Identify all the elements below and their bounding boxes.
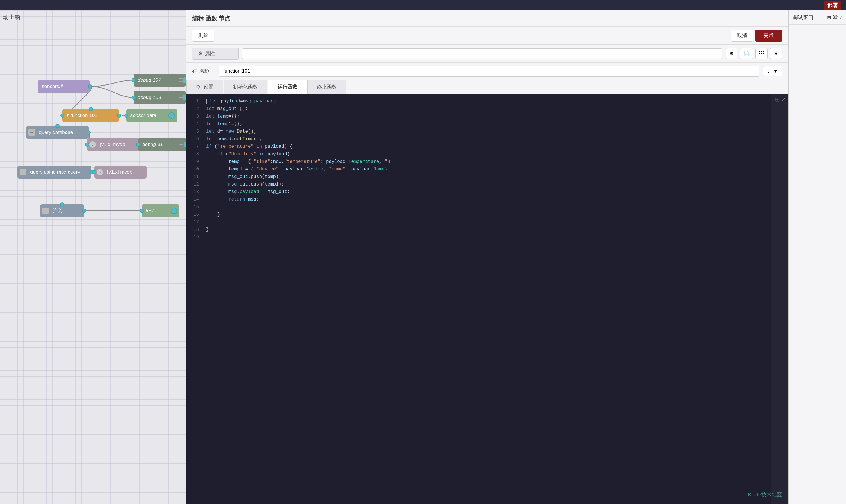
node-queryusingmsgquery[interactable]: → query using msg.query xyxy=(17,166,91,179)
properties-section: ⚙ 属性 ⚙ 📄 🖼 ▼ xyxy=(186,45,788,63)
node-sensors[interactable]: sensors/# xyxy=(38,80,90,93)
settings-tab-icon: ⚙ xyxy=(196,84,200,90)
function-icon: f xyxy=(67,113,68,119)
node-queryusingmsgquery-label: query using msg.query xyxy=(30,169,80,175)
tab-stop-label: 终止函数 xyxy=(317,84,337,90)
debug108-menu-icon[interactable]: ☰ xyxy=(179,94,183,101)
name-row: 🏷 名称 🖊 ▼ xyxy=(186,63,788,80)
node-sensordata[interactable]: sensor data xyxy=(126,109,177,122)
node-mydb2-port-left xyxy=(92,170,96,174)
debug31-output xyxy=(184,142,186,147)
test-output xyxy=(171,208,177,214)
node-sensors-label: sensors/# xyxy=(42,84,63,89)
debug108-output xyxy=(183,95,186,101)
node-mydb2-label: [v1.x] mydb xyxy=(107,169,132,175)
tab-run-label: 运行函数 xyxy=(277,84,297,90)
lock-label: 动上锁 xyxy=(3,13,20,21)
panel-title: 编辑 函数 节点 xyxy=(192,15,230,22)
node-mydb1[interactable]: ○ [v1.x] mydb xyxy=(87,138,139,151)
node-function101-port-left xyxy=(60,113,65,118)
node-function101-label: function 101 xyxy=(71,113,97,119)
node-debug108[interactable]: debug 108 ☰ xyxy=(133,91,186,104)
canvas-area: 动上锁 sensors/# f function 101 debug 107 ☰ xyxy=(0,11,186,504)
debug-window-title: 调试窗口 xyxy=(793,14,813,21)
debug107-menu-icon[interactable]: ☰ xyxy=(179,77,183,83)
cancel-button[interactable]: 取消 xyxy=(731,30,753,41)
gear-settings-button[interactable]: ⚙ xyxy=(726,48,737,59)
delete-button[interactable]: 删除 xyxy=(192,30,214,41)
node-test[interactable]: test xyxy=(142,204,179,217)
node-querydatabase-label: query database xyxy=(39,129,73,135)
name-options-button[interactable]: 🖊 ▼ xyxy=(763,66,782,76)
line-numbers: 12345 678910 1112131415 16171819 xyxy=(186,94,201,504)
right-sidebar-header: 调试窗口 ⊟ 滤波 xyxy=(789,11,846,25)
name-options-icon: 🖊 ▼ xyxy=(767,69,778,74)
toolbar-right: 取消 完成 xyxy=(731,30,782,41)
inject-input-icon: → xyxy=(42,208,49,214)
properties-text: 属性 xyxy=(205,50,215,57)
node-inject-label: 注入 xyxy=(53,208,63,214)
node-function101-port-top xyxy=(89,107,93,111)
node-querydatabase-port-top xyxy=(55,124,59,128)
expand-icon[interactable]: ⤢ xyxy=(781,96,786,103)
tab-stop[interactable]: 终止函数 xyxy=(307,80,346,94)
queryusing-input-icon: → xyxy=(20,169,26,175)
name-label-text: 名称 xyxy=(199,68,209,75)
node-querydatabase[interactable]: → query database xyxy=(26,126,89,139)
done-button[interactable]: 完成 xyxy=(755,30,782,41)
brand-label: 部署 xyxy=(824,1,841,10)
node-test-port-left xyxy=(140,209,144,213)
tab-run[interactable]: 运行函数 xyxy=(268,80,307,94)
doc-button[interactable]: 📄 xyxy=(740,48,753,59)
node-debug108-port-left xyxy=(131,95,136,100)
node-mydb1-port-left xyxy=(85,143,89,147)
more-button[interactable]: ▼ xyxy=(770,48,782,59)
node-sensordata-port-left xyxy=(124,113,128,118)
filter-icon: ⊟ xyxy=(827,15,831,20)
node-inject-port-right xyxy=(82,209,86,213)
tab-init-label: 初始化函数 xyxy=(233,84,258,90)
node-mydb2[interactable]: ○ [v1.x] mydb xyxy=(94,166,147,179)
node-debug107-label: debug 107 xyxy=(138,77,161,83)
node-sensors-port-right xyxy=(88,85,92,89)
node-inject[interactable]: → 注入 xyxy=(40,204,84,217)
node-function101-port-right xyxy=(117,113,121,118)
tab-init[interactable]: 初始化函数 xyxy=(223,80,267,94)
querydatabase-input-icon: → xyxy=(29,129,35,136)
right-sidebar: 调试窗口 ⊟ 滤波 xyxy=(788,11,846,504)
node-debug31[interactable]: debug 31 ☰ xyxy=(138,138,186,151)
code-content[interactable]: |let payload=msg.payload; let msg_out=[]… xyxy=(201,94,771,504)
node-function101[interactable]: f function 101 xyxy=(62,109,119,122)
name-label-container: 🏷 名称 xyxy=(192,68,215,75)
name-input[interactable] xyxy=(219,66,759,77)
minimap-icon[interactable]: ⊞ xyxy=(775,96,779,103)
properties-input[interactable] xyxy=(242,49,722,59)
sensordata-output xyxy=(168,112,175,119)
node-sensordata-label: sensor data xyxy=(130,113,156,119)
properties-label: ⚙ 属性 xyxy=(192,48,239,59)
node-querydatabase-port-right xyxy=(87,130,91,134)
node-inject-port-top xyxy=(60,202,64,206)
code-editor[interactable]: 12345 678910 1112131415 16171819 |let pa… xyxy=(186,94,788,504)
node-mydb1-label: [v1.x] mydb xyxy=(100,142,125,147)
tab-settings-label: 设置 xyxy=(203,84,213,90)
node-test-label: test xyxy=(146,208,154,214)
panel-toolbar: 删除 取消 完成 xyxy=(186,27,788,45)
mydb1-input-icon: ○ xyxy=(89,141,96,148)
image-button[interactable]: 🖼 xyxy=(755,48,768,59)
node-debug31-label: debug 31 xyxy=(142,142,163,147)
code-minimap: ⊞ ⤢ xyxy=(771,94,788,504)
node-debug31-port-left xyxy=(136,143,140,147)
debug107-output xyxy=(183,77,186,83)
tag-icon: 🏷 xyxy=(192,68,197,74)
debug31-menu-icon[interactable]: ☰ xyxy=(179,141,184,148)
tab-settings[interactable]: ⚙ 设置 xyxy=(186,80,223,94)
editor-panel: 编辑 函数 节点 删除 取消 完成 ⚙ 属性 ⚙ 📄 🖼 ▼ 🏷 名称 xyxy=(186,11,788,504)
node-debug107[interactable]: debug 107 ☰ xyxy=(133,74,186,87)
node-debug108-label: debug 108 xyxy=(138,95,161,101)
watermark: Blade技术社区 xyxy=(748,491,782,498)
gear-icon: ⚙ xyxy=(198,51,203,57)
toolbar-left: 删除 xyxy=(192,30,214,41)
filter-button[interactable]: ⊟ 滤波 xyxy=(827,15,842,21)
watermark-text: Blade技术社区 xyxy=(748,492,782,498)
